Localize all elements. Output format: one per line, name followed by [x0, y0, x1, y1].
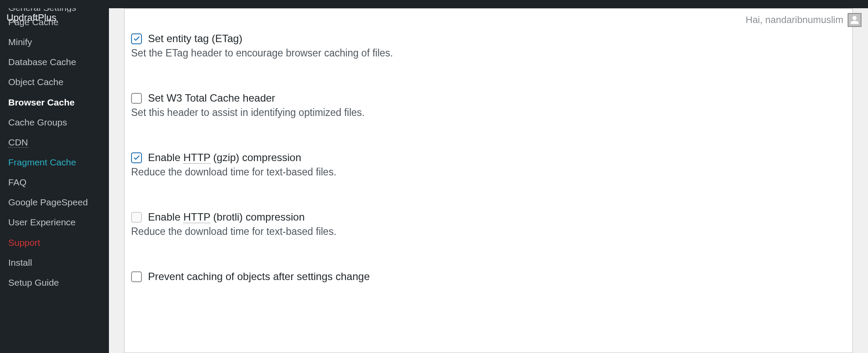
- sidebar-item-browser-cache[interactable]: Browser Cache: [0, 92, 109, 112]
- sidebar-item-label: CDN: [8, 137, 28, 148]
- checkbox-gzip[interactable]: [131, 152, 142, 163]
- sidebar-item-label: Fragment Cache: [8, 157, 76, 167]
- updraftplus-label[interactable]: UpdraftPlus: [7, 12, 56, 23]
- admin-topbar: [0, 0, 868, 8]
- setting-prevent-caching: Prevent caching of objects after setting…: [131, 271, 846, 283]
- sidebar-item-database-cache[interactable]: Database Cache: [0, 52, 109, 72]
- sidebar-item-label: Database Cache: [8, 57, 76, 67]
- sidebar-item-label: Setup Guide: [8, 277, 59, 287]
- setting-label: Enable HTTP (gzip) compression: [148, 152, 301, 164]
- sidebar-item-minify[interactable]: Minify: [0, 32, 109, 52]
- setting-etag: Set entity tag (ETag) Set the ETag heade…: [131, 33, 846, 59]
- content-area: Set entity tag (ETag) Set the ETag heade…: [109, 8, 868, 353]
- sidebar-item-support[interactable]: Support: [0, 233, 109, 253]
- sidebar-item-object-cache[interactable]: Object Cache: [0, 72, 109, 92]
- greeting[interactable]: Hai, nandaribnumuslim: [746, 13, 861, 27]
- setting-desc: Reduce the download time for text-based …: [131, 226, 846, 238]
- sidebar-item-cache-groups[interactable]: Cache Groups: [0, 112, 109, 132]
- sidebar-item-label: Minify: [8, 37, 32, 47]
- sidebar-item-label: Install: [8, 257, 32, 267]
- avatar[interactable]: [848, 13, 861, 27]
- checkbox-brotli[interactable]: [131, 212, 142, 223]
- sidebar-item-user-experience[interactable]: User Experience: [0, 212, 109, 232]
- setting-desc: Reduce the download time for text-based …: [131, 166, 846, 178]
- sidebar-item-label: Browser Cache: [8, 97, 75, 107]
- sidebar-item-label: Object Cache: [8, 77, 63, 87]
- sidebar-item-install[interactable]: Install: [0, 253, 109, 273]
- sidebar-item-label: Cache Groups: [8, 117, 67, 127]
- sidebar: General Settings Page Cache Minify Datab…: [0, 8, 109, 353]
- sidebar-item-label: Google PageSpeed: [8, 197, 88, 207]
- settings-panel: Set entity tag (ETag) Set the ETag heade…: [124, 8, 853, 353]
- setting-label: Prevent caching of objects after setting…: [148, 271, 370, 283]
- sidebar-item-faq[interactable]: FAQ: [0, 172, 109, 192]
- setting-desc: Set this header to assist in identifying…: [131, 107, 846, 119]
- setting-w3tc-header: Set W3 Total Cache header Set this heade…: [131, 92, 846, 119]
- setting-label: Enable HTTP (brotli) compression: [148, 211, 305, 223]
- setting-brotli: Enable HTTP (brotli) compression Reduce …: [131, 211, 846, 238]
- sidebar-item-label: User Experience: [8, 217, 76, 227]
- sidebar-item-cdn[interactable]: CDN: [0, 132, 109, 152]
- sidebar-item-setup-guide[interactable]: Setup Guide: [0, 273, 109, 293]
- sidebar-item-label: Support: [8, 238, 40, 247]
- setting-desc: Set the ETag header to encourage browser…: [131, 47, 846, 59]
- checkbox-prevent-caching[interactable]: [131, 271, 142, 282]
- setting-label: Set W3 Total Cache header: [148, 92, 275, 104]
- sidebar-item-fragment-cache[interactable]: Fragment Cache: [0, 152, 109, 172]
- checkbox-w3tc-header[interactable]: [131, 93, 142, 104]
- setting-label: Set entity tag (ETag): [148, 33, 242, 45]
- checkbox-etag[interactable]: [131, 33, 142, 44]
- sidebar-item-label: FAQ: [8, 177, 26, 187]
- sidebar-item-google-pagespeed[interactable]: Google PageSpeed: [0, 192, 109, 212]
- setting-gzip: Enable HTTP (gzip) compression Reduce th…: [131, 152, 846, 178]
- greeting-text: Hai, nandaribnumuslim: [746, 14, 843, 26]
